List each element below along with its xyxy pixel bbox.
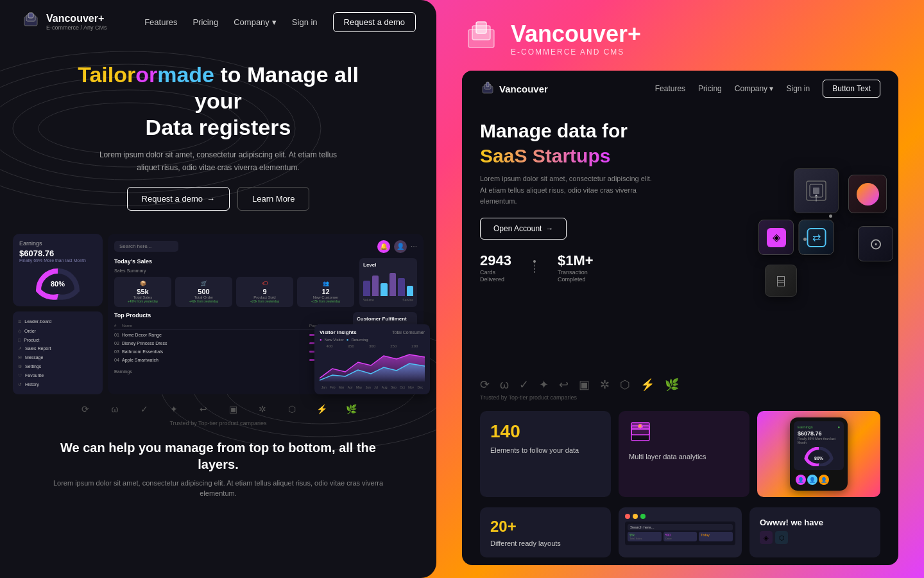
brand-icon-3: ✓ [136,401,153,417]
right-trusted-text: Trusted by Top-tier product camparies [462,394,898,406]
sidebar-item-leaderboard[interactable]: ≡ Leader-board [18,317,98,327]
sidebar-item-favourite[interactable]: ♡ Favourite [18,371,98,380]
favourite-icon: ♡ [18,373,22,378]
phone-mockup: Earnings ● $6078.76 Finally 69% More tha… [790,417,848,491]
sales-icon: ↗ [18,346,22,351]
right-brand-icon-5: ↩ [559,378,569,392]
iso-object-left: ◈ [758,220,794,255]
feature-card-dashboard-preview: Search here... $5k Total Sales 500 Order… [619,507,742,557]
table-row: 01 Home Decor Range 42% [114,331,348,339]
phone-avatars-row: 👤 👤 👤 [794,473,844,487]
request-demo-hero-button[interactable]: Request a demo → [127,187,230,211]
visitor-insights-label: Visitor Insights [320,329,357,335]
bottom-title: We can help you manage from top to botto… [38,439,398,473]
notification-bell-icon[interactable]: 🔔 [377,240,390,253]
feature-label-20plus: Different ready layouts [490,539,601,547]
sidebar-item-message[interactable]: ✉ Message [18,353,98,362]
phone-donut-mini: 80% [803,447,835,466]
iso-object-right-bottom: ⊙ [858,226,893,261]
brand-icon-6: ▣ [225,401,241,417]
sidebar-item-history[interactable]: ↺ History [18,380,98,389]
learn-more-button[interactable]: Learn More [237,187,309,211]
right-brand-icon-8: ⬡ [620,378,630,392]
right-brand-icon-7: ✲ [600,378,610,392]
right-nav-company[interactable]: Company ▾ [735,84,774,93]
open-account-button[interactable]: Open Account → [480,218,567,240]
right-main-content: Manage data for SaaS Startups Lorem ipsu… [462,107,898,371]
right-nav-cta-button[interactable]: Button Text [823,80,880,98]
table-row: 03 Bathroom Essentials 50% [114,347,348,356]
left-logo: Vancouver+ E-commerce / Any CMs [21,12,107,32]
left-hero-headline: Tailorormade to Manage all yourData regi… [51,62,385,140]
right-nav-links: Features Pricing Company ▾ Sign in Butto… [655,80,880,98]
stats-divider [527,252,542,284]
right-logo-icon [462,19,501,58]
settings-icon: ⚙ [18,364,22,369]
feature-card-owww: Owww! we have ◈ ⬡ [749,507,880,557]
sidebar-item-settings[interactable]: ⚙ Settings [18,362,98,371]
right-brand-icon-10: 🌿 [665,378,679,392]
feature-card-app-preview: Earnings ● $6078.76 Finally 69% More tha… [757,411,880,497]
bottom-section: We can help you manage from top to botto… [0,430,436,499]
iso-objects-container: ↑ ◈ ⇄ ⊙ [752,168,880,310]
earnings-label: Earnings [19,240,96,247]
right-brand-icon-6: ▣ [579,378,590,392]
right-window-logo-icon [480,81,495,96]
left-logo-sub: E-commerce / Any CMs [46,24,107,31]
main-dashboard-card: Search here... 🔔 👤 ⋯ Today's Sales Sales… [108,234,424,394]
svg-rect-13 [476,22,486,33]
leaderboard-icon: ≡ [18,319,21,325]
feature-cards-row-2: 20+ Different ready layouts Search here.… [462,507,898,565]
right-brand-header: Vancouver+ E-COMMERCE AND CMS [462,19,898,58]
connection-dot-2 [829,215,832,218]
nav-pricing[interactable]: Pricing [193,17,218,27]
nav-company[interactable]: Company ▾ [234,17,277,27]
brand-icon-5: ↩ [195,401,212,417]
level-chart: Level Volume Service [359,258,417,307]
right-nav-features[interactable]: Features [655,84,685,93]
multilayer-label: Multi layer data analytics [629,452,739,462]
feature-number-140: 140 [490,421,601,442]
stat-total-sales: 📦 $5k Total Sales +40% from yesterday [114,277,171,307]
feature-number-20plus: 20+ [490,518,601,536]
nav-features[interactable]: Features [144,17,177,27]
stat-total-order: 🛒 500 Total Order +42k from yesterday [175,277,232,307]
brand-icon-10: 🌿 [343,401,359,417]
left-hero: Tailorormade to Manage all yourData regi… [0,44,436,234]
right-hero-gradient-title: SaaS Startups [480,145,739,167]
dashboard-search[interactable]: Search here... [114,241,178,252]
expand-icon[interactable]: ⋯ [411,243,417,250]
sidebar-nav-card: ≡ Leader-board ◇ Order □ Product ↗ Sales… [13,311,103,394]
right-hero-column: Manage data for SaaS Startups Lorem ipsu… [480,119,739,358]
earnings-sublabel: Finally 69% More than last Month [19,258,96,263]
right-nav-pricing[interactable]: Pricing [698,84,722,93]
left-logo-icon [21,12,41,32]
right-window-logo-name: Vancouver [499,83,548,94]
iso-sphere [857,183,879,206]
multilayer-icon [629,421,739,447]
right-navigation: Vancouver Features Pricing Company ▾ Sig… [462,71,898,107]
brand-icon-8: ⬡ [284,401,300,417]
right-nav-signin[interactable]: Sign in [786,84,810,93]
request-demo-nav-button[interactable]: Request a demo [333,12,416,32]
brand-icons-row: ⟳ ω ✓ ✦ ↩ ▣ ✲ ⬡ ⚡ 🌿 [0,394,436,420]
right-3d-objects-column: ↑ ◈ ⇄ ⊙ [752,119,880,358]
right-brand-icon-1: ⟳ [480,378,490,392]
trusted-text-left: Trusted by Top-tier product camparies [0,420,436,430]
visitor-insights-sublabel: Total Comsumer [392,330,425,335]
right-company-chevron-icon: ▾ [769,84,773,93]
level-label: Level [363,262,413,268]
sidebar-item-product[interactable]: □ Product [18,336,98,344]
earnings-value: $6078.76 [19,249,96,258]
stats-bar: 2943 CardsDelivered $1M+ TransactionComp… [480,252,739,284]
nav-signin[interactable]: Sign in [292,17,318,27]
order-icon: ◇ [18,329,21,334]
sidebar-item-sales[interactable]: ↗ Sales Report [18,344,98,353]
sidebar-item-order[interactable]: ◇ Order [18,327,98,336]
brand-icon-1: ⟳ [77,401,94,417]
right-window: Vancouver Features Pricing Company ▾ Sig… [462,71,898,565]
stat-new-customer: 👥 12 New Customer +15k from yesterday [297,277,354,307]
layers-icon [629,421,652,444]
todays-sales-label: Today's Sales [114,258,354,265]
message-icon: ✉ [18,355,22,360]
